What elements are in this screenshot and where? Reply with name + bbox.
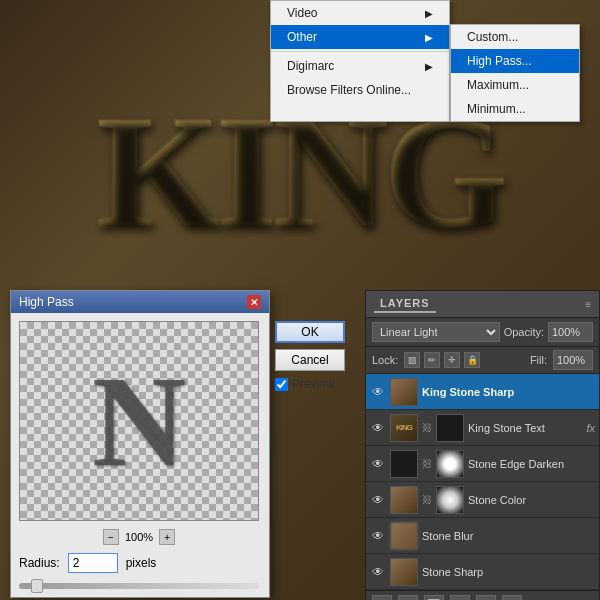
submenu-arrow: ▶	[425, 32, 433, 43]
layer-mask-thumbnail	[436, 414, 464, 442]
dialog-right-section: OK Cancel Preview	[267, 313, 353, 597]
layer-name: Stone Sharp	[422, 566, 595, 578]
dialog-titlebar: High Pass ✕	[11, 291, 269, 313]
cancel-button[interactable]: Cancel	[275, 349, 345, 371]
opacity-input[interactable]	[548, 322, 593, 342]
chain-link-icon: ⛓	[422, 494, 432, 505]
layer-visibility-eye[interactable]: 👁	[370, 528, 386, 544]
dropdown-overlay: Video ▶ Other ▶ Digimarc ▶ Browse Filter…	[270, 0, 580, 122]
zoom-row: − 100% +	[19, 529, 259, 545]
panel-footer: ⛓ fx ⬜ 📁 + 🗑	[366, 590, 599, 600]
dialog-preview-area[interactable]: N	[19, 321, 259, 521]
layer-thumbnail	[390, 522, 418, 550]
layer-row[interactable]: 👁 Stone Sharp	[366, 554, 599, 590]
add-mask-button[interactable]: ⬜	[424, 595, 444, 600]
lock-position-btn[interactable]: ✛	[444, 352, 460, 368]
highpass-dialog: High Pass ✕ N − 100% + Radius: pixels OK	[10, 290, 270, 598]
blend-row: Linear Light Opacity:	[366, 318, 599, 347]
layer-name: King Stone Sharp	[422, 386, 595, 398]
lock-icons: ▨ ✏ ✛ 🔒	[404, 352, 480, 368]
layer-visibility-eye[interactable]: 👁	[370, 492, 386, 508]
blend-mode-select[interactable]: Linear Light	[372, 322, 500, 342]
panel-options-button[interactable]: ≡	[585, 299, 591, 310]
fill-input[interactable]	[553, 350, 593, 370]
submenu-arrow: ▶	[425, 61, 433, 72]
dialog-title-text: High Pass	[19, 295, 74, 309]
layer-thumbnail: KiNG	[390, 414, 418, 442]
layer-mask-thumbnail	[436, 450, 464, 478]
layer-row[interactable]: 👁 ⛓ Stone Edge Darken	[366, 446, 599, 482]
new-layer-button[interactable]: +	[476, 595, 496, 600]
layer-visibility-eye[interactable]: 👁	[370, 564, 386, 580]
radius-unit: pixels	[126, 556, 157, 570]
radius-input[interactable]	[68, 553, 118, 573]
radius-label: Radius:	[19, 556, 60, 570]
fill-label: Fill:	[530, 354, 547, 366]
layer-visibility-eye[interactable]: 👁	[370, 384, 386, 400]
submenu-maximum[interactable]: Maximum...	[451, 73, 579, 97]
other-submenu: Custom... High Pass... Maximum... Minimu…	[450, 24, 580, 122]
layer-thumbnail	[390, 558, 418, 586]
layer-visibility-eye[interactable]: 👁	[370, 420, 386, 436]
layer-thumbnail	[390, 378, 418, 406]
chain-link-icon: ⛓	[422, 458, 432, 469]
link-layers-button[interactable]: ⛓	[372, 595, 392, 600]
zoom-value: 100%	[125, 531, 153, 543]
layer-row[interactable]: 👁 Stone Blur	[366, 518, 599, 554]
submenu-highpass[interactable]: High Pass...	[451, 49, 579, 73]
ok-button[interactable]: OK	[275, 321, 345, 343]
dialog-content: N − 100% + Radius: pixels OK Cancel Prev…	[11, 313, 269, 597]
menu-item-other[interactable]: Other ▶	[271, 25, 449, 49]
menu-item-digimarc[interactable]: Digimarc ▶	[271, 54, 449, 78]
submenu-arrow: ▶	[425, 8, 433, 19]
layer-row[interactable]: 👁 King Stone Sharp	[366, 374, 599, 410]
layer-name: Stone Blur	[422, 530, 595, 542]
layer-thumbnail	[390, 450, 418, 478]
layer-visibility-eye[interactable]: 👁	[370, 456, 386, 472]
preview-letter: N	[92, 356, 186, 486]
menu-item-video[interactable]: Video ▶	[271, 1, 449, 25]
menu-separator	[271, 51, 449, 52]
submenu-custom[interactable]: Custom...	[451, 25, 579, 49]
layer-name: Stone Color	[468, 494, 595, 506]
preview-row: Preview	[275, 377, 335, 391]
radius-row: Radius: pixels	[19, 553, 259, 573]
zoom-in-button[interactable]: +	[159, 529, 175, 545]
layers-panel: LAYERS ≡ Linear Light Opacity: Lock: ▨ ✏…	[365, 290, 600, 600]
lock-row: Lock: ▨ ✏ ✛ 🔒 Fill:	[366, 347, 599, 374]
panel-header: LAYERS ≡	[366, 291, 599, 318]
menu-item-browse[interactable]: Browse Filters Online...	[271, 78, 449, 102]
dialog-close-button[interactable]: ✕	[247, 295, 261, 309]
opacity-label: Opacity:	[504, 326, 544, 338]
layer-row[interactable]: 👁 KiNG ⛓ King Stone Text fx	[366, 410, 599, 446]
add-style-button[interactable]: fx	[398, 595, 418, 600]
slider-thumb[interactable]	[31, 579, 43, 593]
zoom-out-button[interactable]: −	[103, 529, 119, 545]
filter-menu: Video ▶ Other ▶ Digimarc ▶ Browse Filter…	[270, 0, 450, 122]
dialog-body: N − 100% + Radius: pixels	[11, 313, 267, 597]
lock-all-btn[interactable]: 🔒	[464, 352, 480, 368]
radius-slider[interactable]	[19, 583, 259, 589]
layer-name: Stone Edge Darken	[468, 458, 595, 470]
chain-link-icon: ⛓	[422, 422, 432, 433]
layer-fx-badge: fx	[586, 422, 595, 434]
preview-label: Preview	[292, 377, 335, 391]
lock-image-btn[interactable]: ✏	[424, 352, 440, 368]
submenu-minimum[interactable]: Minimum...	[451, 97, 579, 121]
lock-label: Lock:	[372, 354, 398, 366]
layers-tab[interactable]: LAYERS	[374, 295, 436, 313]
layer-mask-thumbnail	[436, 486, 464, 514]
lock-transparent-btn[interactable]: ▨	[404, 352, 420, 368]
layer-thumbnail	[390, 486, 418, 514]
delete-layer-button[interactable]: 🗑	[502, 595, 522, 600]
new-group-button[interactable]: 📁	[450, 595, 470, 600]
preview-checkbox[interactable]	[275, 378, 288, 391]
layer-name: King Stone Text	[468, 422, 582, 434]
layer-row[interactable]: 👁 ⛓ Stone Color	[366, 482, 599, 518]
